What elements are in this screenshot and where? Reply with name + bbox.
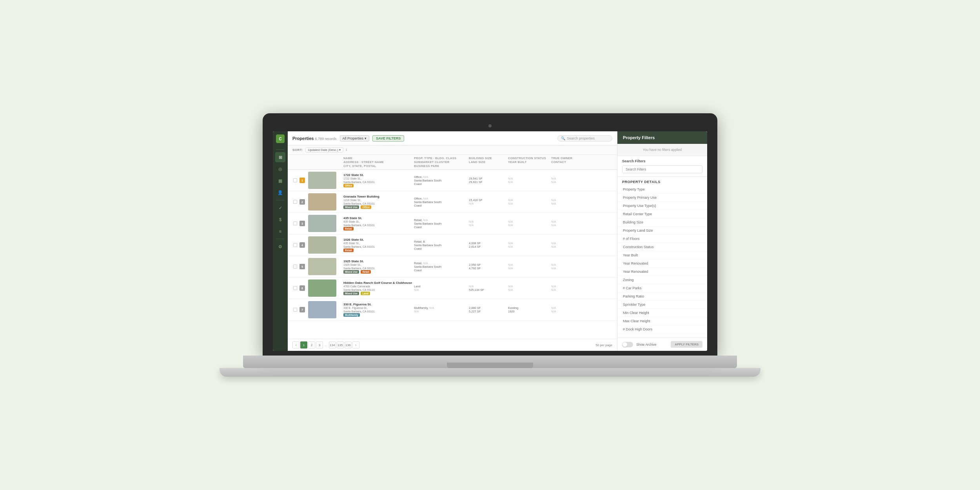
pagination: ‹ 1 2 3 ... 134 135 136 › 50 per page [288, 339, 617, 351]
sidebar-item-map[interactable]: ◎ [275, 164, 285, 174]
filter-property-primary-use[interactable]: Property Primary Use [617, 194, 707, 202]
table-row[interactable]: 7 330 E. Figueroa St. 330 E. Figueroa St… [288, 299, 617, 321]
next-page-button[interactable]: › [352, 341, 359, 348]
page-135-button[interactable]: 135 [337, 341, 344, 348]
sort-option[interactable]: Updated Date (Desc.) ▾ [305, 147, 343, 152]
row-name-cell: 435 State St. 435 State St.,Santa Barbar… [343, 216, 414, 230]
table-row[interactable]: 5 1925 State St. 1925 State St.,Santa Ba… [288, 256, 617, 278]
sidebar-item-check[interactable]: ✓ [275, 203, 285, 213]
save-filters-button[interactable]: SAVE FILTERS [372, 135, 404, 142]
row-owner: N/A N/A [551, 220, 583, 227]
sort-info-icon[interactable]: ℹ [346, 148, 347, 152]
row-name-cell: 1722 State St. 1722 State St.,Santa Barb… [343, 173, 414, 187]
topbar: Properties 6,789 records All Properties … [288, 131, 617, 145]
row-thumbnail [308, 279, 343, 297]
prev-page-button[interactable]: ‹ [292, 341, 299, 348]
table-row[interactable]: 3 435 State St. 435 State St.,Santa Barb… [288, 213, 617, 234]
filter-year-built[interactable]: Year Built [617, 251, 707, 260]
row-construction: N/A N/A [508, 177, 551, 184]
row-size: N/A N/A [469, 220, 508, 227]
row-size: N/A 525,134 SF [469, 285, 508, 292]
show-archive-toggle[interactable] [622, 342, 633, 347]
row-owner: N/A N/A [551, 241, 583, 249]
filter-retail-center-type[interactable]: Retail Center Type [617, 210, 707, 218]
row-checkbox[interactable] [291, 178, 299, 182]
table-row[interactable]: 1 1722 State St. 1722 State St.,Santa Ba… [288, 170, 617, 191]
table-row[interactable]: 4 1026 State St. 435 State St.,Santa Bar… [288, 234, 617, 256]
chevron-down-icon: ▾ [339, 148, 341, 152]
properties-table: NameAddress · Street NameCity, State, Po… [288, 155, 617, 339]
filter-min-clear-height[interactable]: Min Clear Height [617, 309, 707, 317]
page-2-button[interactable]: 2 [308, 341, 315, 348]
header-construction: Construction StatusYear Built [508, 156, 551, 168]
header-name: NameAddress · Street NameCity, State, Po… [343, 156, 414, 168]
apply-filters-button[interactable]: APPLY FILTERS [671, 341, 702, 348]
filter-construction-status[interactable]: Construction Status [617, 243, 707, 251]
filters-panel: Property Filters You have no filters app… [617, 131, 707, 351]
row-construction: N/A N/A [508, 220, 551, 227]
no-filters-message: You have no filters applied [617, 144, 707, 156]
header-checkbox [291, 156, 299, 168]
page-134-button[interactable]: 134 [329, 341, 336, 348]
sortbar: SORT: Updated Date (Desc.) ▾ ℹ [288, 145, 617, 155]
laptop-screen: C ⊞ ◎ ▦ 👤 ✓ $ ≡ ⚙ [273, 131, 707, 351]
row-num: 2 [299, 199, 308, 205]
row-checkbox[interactable] [291, 200, 299, 204]
row-thumbnail [308, 172, 343, 189]
table-row[interactable]: 2 Granada Tower Building 1216 State St.,… [288, 191, 617, 213]
row-proptype: Multifamily, N/A N/A [414, 306, 469, 313]
row-checkbox[interactable] [291, 243, 299, 247]
row-checkbox[interactable] [291, 221, 299, 225]
row-checkbox[interactable] [291, 286, 299, 290]
row-checkbox[interactable] [291, 308, 299, 312]
row-thumbnail [308, 301, 343, 318]
page-title: Properties 6,789 records [292, 136, 337, 141]
filters-title: Property Filters [617, 131, 707, 144]
filter-building-size[interactable]: Building Size [617, 218, 707, 227]
filter-max-clear-height[interactable]: Max Clear Height [617, 317, 707, 325]
header-num [299, 156, 308, 168]
sidebar-item-grid[interactable]: ⊞ [275, 152, 285, 162]
filter-property-use-types[interactable]: Property Use Type(s) [617, 202, 707, 210]
search-filters-input[interactable] [622, 165, 702, 173]
row-proptype: Land N/A [414, 285, 469, 292]
row-proptype: Retail, B Santa Barbara South Coast [414, 240, 469, 250]
filter-parking-ratio[interactable]: Parking Ratio [617, 292, 707, 301]
sidebar-item-building[interactable]: ▦ [275, 176, 285, 186]
page-3-button[interactable]: 3 [316, 341, 323, 348]
page-136-button[interactable]: 136 [345, 341, 352, 348]
row-checkbox[interactable] [291, 265, 299, 269]
row-size: 15,416 SF N/A [469, 198, 508, 205]
header-owner: True OwnerContact [551, 156, 583, 168]
sidebar-item-contact[interactable]: 👤 [275, 187, 285, 198]
properties-dropdown[interactable]: All Properties ▾ [340, 135, 370, 142]
filters-footer: Show Archive APPLY FILTERS [617, 338, 707, 351]
sort-label: SORT: [292, 148, 303, 152]
row-size: 2,880 SF 5,227 SF [469, 306, 508, 313]
filter-dock-high-doors[interactable]: # Dock High Doors [617, 325, 707, 334]
row-construction: Existing 1920 [508, 306, 551, 313]
laptop-base [243, 356, 737, 368]
row-num: 5 [299, 264, 308, 269]
filter-car-parks[interactable]: # Car Parks [617, 284, 707, 292]
search-bar[interactable]: 🔍 Search properties [557, 135, 612, 142]
sidebar-item-settings[interactable]: ⚙ [275, 241, 285, 252]
filter-zoning[interactable]: Zoning [617, 276, 707, 284]
header-thumbnail [308, 156, 343, 168]
filter-year-renovated-2[interactable]: Year Renovated [617, 268, 707, 276]
row-name-cell: Granada Tower Building 1216 State St.,Sa… [343, 195, 414, 209]
sidebar-item-chart[interactable]: ≡ [275, 226, 285, 236]
filter-property-type[interactable]: Property Type [617, 185, 707, 194]
sidebar-item-dollar[interactable]: $ [275, 214, 285, 225]
show-archive-label: Show Archive [636, 343, 657, 347]
filter-sprinkler-type[interactable]: Sprinkler Type [617, 301, 707, 309]
sidebar-divider-1 [276, 149, 285, 150]
filter-num-floors[interactable]: # of Floors [617, 235, 707, 243]
laptop-container: C ⊞ ◎ ▦ 👤 ✓ $ ≡ ⚙ [216, 113, 764, 377]
page-1-button[interactable]: 1 [300, 341, 307, 348]
filter-year-renovated-1[interactable]: Year Renovated [617, 260, 707, 268]
filter-property-land-size[interactable]: Property Land Size [617, 227, 707, 235]
table-row[interactable]: 6 Hidden Oaks Ranch Golf Course & Clubho… [288, 278, 617, 299]
per-page-selector[interactable]: 50 per page [595, 343, 612, 347]
laptop-foot [220, 368, 760, 377]
